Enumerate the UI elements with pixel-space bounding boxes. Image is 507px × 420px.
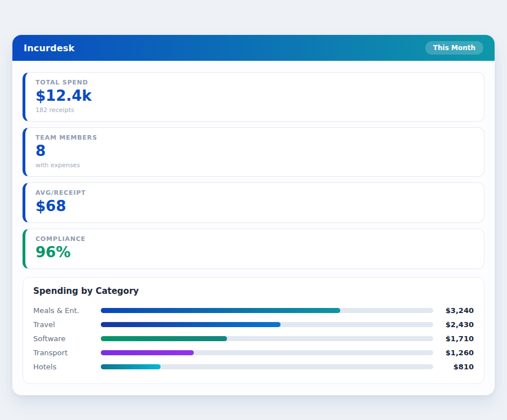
- spending-card: Spending by Category Meals & Ent. $3,240…: [23, 277, 484, 384]
- bar-track: [101, 350, 433, 355]
- stat-card: AVG/RECEIPT $68: [23, 182, 484, 223]
- stat-card: TOTAL SPEND $12.4k 182 receipts: [23, 72, 484, 122]
- category-label: Transport: [33, 348, 101, 357]
- stat-label: COMPLIANCE: [35, 235, 474, 243]
- spending-row: Transport $1,260: [33, 346, 474, 360]
- stats-list: TOTAL SPEND $12.4k 182 receipts TEAM MEM…: [23, 72, 484, 269]
- spending-row: Meals & Ent. $3,240: [33, 303, 474, 318]
- bar-fill: [101, 350, 194, 355]
- stat-value: $68: [35, 198, 474, 215]
- stat-label: TOTAL SPEND: [35, 79, 474, 86]
- stat-value: 8: [35, 143, 474, 160]
- app-panel: Incurdesk This Month TOTAL SPEND $12.4k …: [12, 35, 495, 395]
- stat-label: TEAM MEMBERS: [35, 134, 474, 141]
- stat-subtext: 182 receipts: [35, 106, 474, 114]
- bar-track: [101, 336, 433, 341]
- bar-fill: [101, 336, 227, 341]
- stat-label: AVG/RECEIPT: [35, 189, 474, 196]
- bar-fill: [101, 308, 340, 313]
- dashboard-content: TOTAL SPEND $12.4k 182 receipts TEAM MEM…: [12, 61, 495, 395]
- category-value: $810: [433, 363, 474, 371]
- category-value: $2,430: [433, 320, 474, 329]
- stat-subtext: with expenses: [35, 162, 474, 169]
- app-title: Incurdesk: [24, 43, 74, 53]
- bar-track: [101, 364, 433, 369]
- spending-title: Spending by Category: [33, 286, 474, 296]
- bar-fill: [101, 364, 161, 369]
- category-label: Software: [33, 334, 101, 343]
- category-value: $1,710: [433, 334, 474, 343]
- category-value: $3,240: [433, 306, 474, 315]
- bar-track: [101, 308, 433, 313]
- spending-row: Software $1,710: [33, 332, 474, 346]
- category-value: $1,260: [433, 348, 474, 357]
- stat-card: TEAM MEMBERS 8 with expenses: [23, 127, 484, 177]
- stat-value: 96%: [35, 244, 474, 261]
- bar-fill: [101, 322, 281, 327]
- bar-track: [101, 322, 433, 327]
- app-header: Incurdesk This Month: [12, 35, 495, 61]
- category-label: Hotels: [33, 363, 101, 371]
- stat-card: COMPLIANCE 96%: [23, 229, 484, 269]
- spending-row: Travel $2,430: [33, 318, 474, 332]
- category-label: Travel: [33, 320, 101, 329]
- stat-value: $12.4k: [35, 88, 474, 105]
- spending-row: Hotels $810: [33, 360, 474, 374]
- spending-rows: Meals & Ent. $3,240 Travel $2,430 Softwa…: [33, 303, 474, 374]
- period-badge[interactable]: This Month: [425, 41, 483, 55]
- category-label: Meals & Ent.: [33, 306, 101, 315]
